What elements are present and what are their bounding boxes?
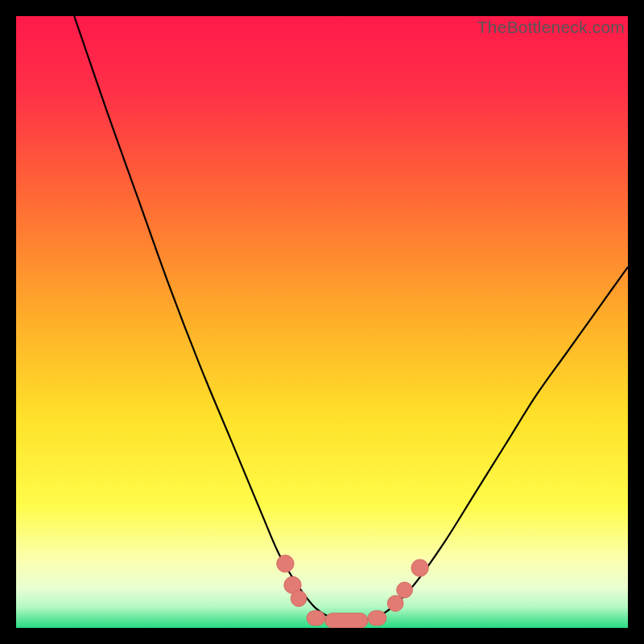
curve-marker [325,613,368,628]
curve-layer [16,16,628,628]
curve-marker [411,559,428,576]
bottleneck-curve [74,16,628,621]
curve-marker [307,611,325,625]
curve-marker [368,611,386,625]
curve-marker [397,582,413,598]
curve-marker [277,555,294,572]
marker-group [277,555,428,628]
curve-marker [387,596,403,612]
curve-marker [291,591,307,607]
plot-frame: TheBottleneck.com [16,16,628,628]
watermark-text: TheBottleneck.com [477,18,625,37]
